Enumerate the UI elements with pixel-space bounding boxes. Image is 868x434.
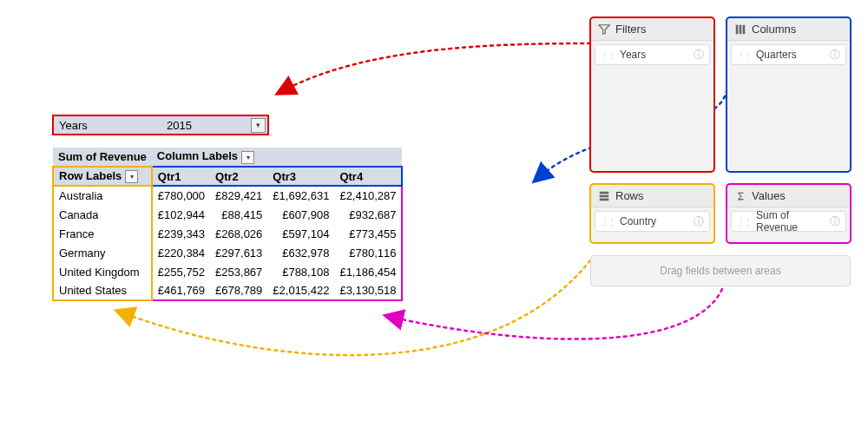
drag-grip-icon: ⋮⋮ — [737, 217, 751, 227]
rows-area[interactable]: Rows ⋮⋮ Country ⓘ — [590, 184, 714, 243]
values-area-title: Values — [752, 189, 786, 202]
filters-area-title: Filters — [615, 23, 646, 36]
cell-value: £1,186,454 — [334, 262, 402, 281]
sigma-icon — [734, 190, 746, 202]
measure-label: Sum of Revenue — [53, 148, 152, 167]
values-field-pill[interactable]: ⋮⋮ Sum of Revenue ⓘ — [731, 211, 846, 232]
svg-rect-4 — [600, 194, 609, 197]
col-head-3: Qtr4 — [334, 167, 402, 186]
column-labels-label: Column Labels▾ — [152, 148, 403, 167]
filters-area-header: Filters — [591, 18, 713, 41]
values-area-header: Values — [727, 185, 850, 207]
col-head-1: Qtr2 — [210, 167, 267, 186]
svg-rect-0 — [736, 24, 739, 34]
cell-value: £239,343 — [152, 224, 210, 243]
svg-rect-5 — [600, 198, 609, 201]
cell-value: £2,410,287 — [334, 186, 402, 205]
filter-icon — [598, 23, 610, 36]
cell-value: £253,867 — [210, 262, 267, 281]
col-head-0: Qtr1 — [152, 167, 210, 186]
filters-field-label: Years — [620, 49, 646, 61]
cell-value: £607,908 — [267, 205, 334, 224]
row-label: Canada — [53, 205, 152, 224]
filters-area[interactable]: Filters ⋮⋮ Years ⓘ — [590, 17, 714, 172]
cell-value: £255,752 — [152, 262, 210, 281]
cell-value: £829,421 — [210, 186, 267, 205]
cell-value: £88,415 — [210, 205, 267, 224]
cell-value: £788,108 — [267, 262, 334, 281]
row-label: Australia — [53, 186, 152, 205]
cell-value: £102,944 — [152, 205, 210, 224]
drag-grip-icon: ⋮⋮ — [601, 50, 615, 60]
rows-area-header: Rows — [591, 185, 713, 207]
cell-value: £597,104 — [267, 224, 334, 243]
report-filter-row: Years 2015 ▾ — [52, 115, 269, 135]
cell-value: £773,455 — [334, 224, 402, 243]
svg-rect-3 — [600, 191, 609, 194]
drag-hint: Drag fields between areas — [590, 255, 851, 286]
rows-icon — [598, 190, 610, 202]
drag-grip-icon: ⋮⋮ — [601, 217, 615, 227]
row-label: Germany — [53, 243, 152, 262]
values-area[interactable]: Values ⋮⋮ Sum of Revenue ⓘ — [727, 184, 851, 243]
rows-field-pill[interactable]: ⋮⋮ Country ⓘ — [595, 211, 710, 232]
cell-value: £632,978 — [267, 243, 334, 262]
cell-value: £3,130,518 — [334, 281, 402, 300]
info-icon[interactable]: ⓘ — [694, 48, 704, 62]
row-label: United Kingdom — [53, 262, 152, 281]
row-label: France — [53, 224, 152, 243]
columns-area-header: Columns — [727, 18, 850, 41]
rows-area-title: Rows — [615, 189, 644, 202]
cell-value: £461,769 — [152, 281, 210, 300]
cell-value: £678,789 — [210, 281, 267, 300]
drag-grip-icon: ⋮⋮ — [737, 50, 751, 60]
col-head-2: Qtr3 — [267, 167, 334, 186]
cell-value: £268,026 — [210, 224, 267, 243]
info-icon[interactable]: ⓘ — [830, 48, 840, 62]
svg-rect-1 — [740, 24, 742, 34]
filter-value: 2015 — [167, 119, 192, 132]
cell-value: £2,015,422 — [267, 281, 334, 300]
field-areas: Filters ⋮⋮ Years ⓘ Columns ⋮⋮ Quarters ⓘ — [590, 17, 851, 286]
cell-value: £780,116 — [334, 243, 402, 262]
cell-value: £780,000 — [152, 186, 210, 205]
cell-value: £932,687 — [334, 205, 402, 224]
filter-label: Years — [54, 119, 167, 132]
column-labels-dropdown-icon[interactable]: ▾ — [241, 151, 254, 164]
svg-rect-2 — [743, 24, 746, 34]
columns-field-pill[interactable]: ⋮⋮ Quarters ⓘ — [731, 44, 846, 65]
row-labels-dropdown-icon[interactable]: ▾ — [125, 170, 138, 183]
filters-field-pill[interactable]: ⋮⋮ Years ⓘ — [595, 44, 710, 65]
columns-field-label: Quarters — [756, 49, 797, 61]
values-field-label: Sum of Revenue — [756, 209, 830, 233]
cell-value: £297,613 — [210, 243, 267, 262]
rows-field-label: Country — [620, 215, 656, 227]
pivot-table: Sum of Revenue Column Labels▾ Row Labels… — [52, 148, 403, 301]
columns-area[interactable]: Columns ⋮⋮ Quarters ⓘ — [727, 17, 851, 172]
filter-dropdown-icon[interactable]: ▾ — [251, 118, 266, 133]
columns-area-title: Columns — [752, 23, 796, 36]
cell-value: £1,692,631 — [267, 186, 334, 205]
info-icon[interactable]: ⓘ — [830, 214, 840, 229]
row-labels-label: Row Labels▾ — [53, 167, 152, 186]
columns-icon — [734, 23, 746, 36]
row-label: United States — [53, 281, 152, 300]
cell-value: £220,384 — [152, 243, 210, 262]
info-icon[interactable]: ⓘ — [694, 214, 704, 229]
